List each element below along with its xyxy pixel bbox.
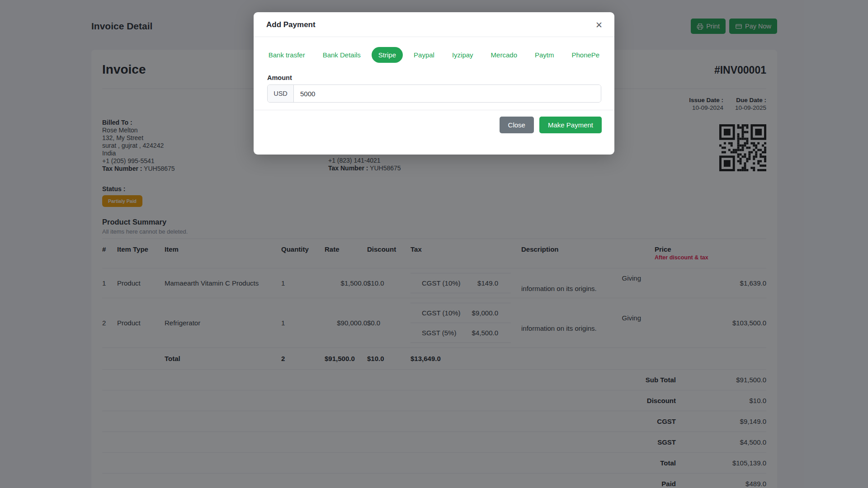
payment-tab-bank-details[interactable]: Bank Details bbox=[316, 47, 368, 63]
payment-tab-iyzipay[interactable]: Iyzipay bbox=[445, 47, 480, 63]
currency-addon: USD bbox=[268, 85, 294, 102]
payment-tab-bank-trasfer[interactable]: Bank trasfer bbox=[262, 47, 312, 63]
modal-header: Add Payment ✕ bbox=[254, 12, 614, 37]
payment-tab-phonepe[interactable]: PhonePe bbox=[565, 47, 606, 63]
screen: Invoice Detail Print Pay Now Invoice #IN… bbox=[0, 0, 868, 488]
payment-tab-paypal[interactable]: Paypal bbox=[407, 47, 441, 63]
add-payment-modal: Add Payment ✕ Bank trasferBank DetailsSt… bbox=[254, 12, 614, 155]
payment-tab-mercado[interactable]: Mercado bbox=[484, 47, 524, 63]
make-payment-button[interactable]: Make Payment bbox=[539, 117, 602, 133]
amount-input-group: USD bbox=[267, 84, 601, 103]
modal-footer: Close Make Payment bbox=[254, 110, 614, 133]
payment-method-tabs: Bank trasferBank DetailsStripePaypalIyzi… bbox=[254, 47, 614, 63]
amount-label: Amount bbox=[267, 74, 601, 81]
close-button[interactable]: Close bbox=[500, 117, 534, 133]
close-icon[interactable]: ✕ bbox=[595, 21, 603, 29]
payment-tab-paytm[interactable]: Paytm bbox=[528, 47, 561, 63]
modal-title: Add Payment bbox=[266, 20, 316, 29]
payment-tab-stripe[interactable]: Stripe bbox=[372, 47, 403, 63]
amount-input[interactable] bbox=[294, 85, 601, 102]
